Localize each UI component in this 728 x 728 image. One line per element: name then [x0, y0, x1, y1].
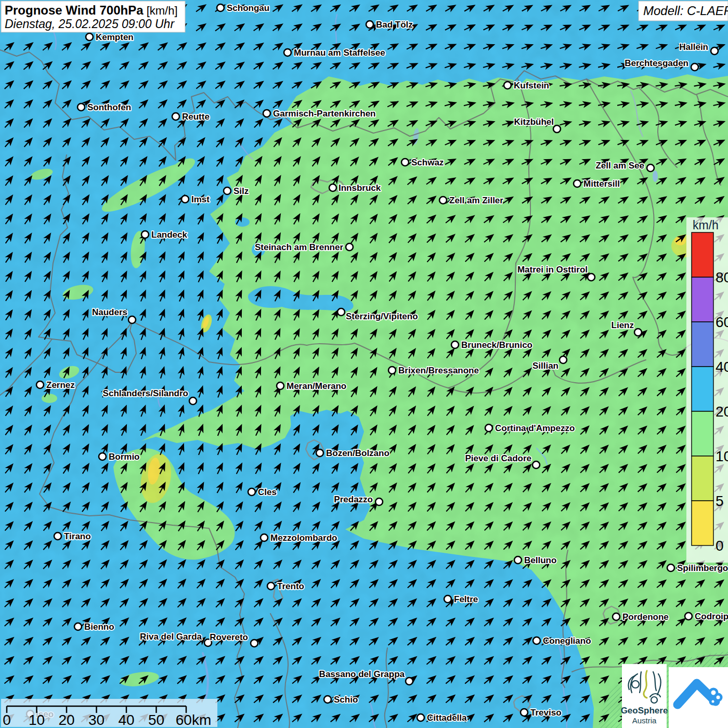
city-label: Steinach am Brenner: [255, 242, 343, 252]
city-dot-icon: [504, 82, 511, 89]
city-dot-icon: [451, 341, 459, 348]
lake-zell-am-see: [653, 171, 658, 182]
city-dot-icon: [74, 623, 82, 630]
city-marker-zell-am-ziller: Zell am Ziller: [439, 196, 503, 205]
legend-unit-label: km/h: [693, 218, 719, 232]
legend-tick-label: 40: [716, 359, 728, 375]
city-dot-icon: [388, 367, 396, 374]
city-dot-icon: [553, 125, 561, 133]
scalebar-label: 10: [29, 712, 45, 728]
city-dot-icon: [485, 424, 492, 432]
city-label: Belluno: [524, 555, 556, 565]
city-dot-icon: [439, 197, 447, 204]
city-dot-icon: [77, 103, 85, 111]
city-label: Reutte: [182, 112, 210, 122]
city-dot-icon: [521, 709, 528, 716]
city-dot-icon: [417, 714, 424, 721]
city-dot-icon: [634, 329, 642, 336]
city-label: Conegliano: [543, 636, 591, 646]
city-dot-icon: [181, 196, 189, 203]
city-label: Feltre: [454, 594, 478, 604]
city-label: Schwaz: [411, 158, 444, 167]
city-marker-mezzolombardo: Mezzolombardo: [261, 533, 337, 543]
city-marker-zernez: Zernez: [36, 380, 75, 390]
city-marker-trento: Trento: [267, 581, 304, 591]
city-label: Meran/Merano: [287, 381, 346, 391]
city-marker-steinach-am-brenner: Steinach am Brenner: [255, 242, 353, 252]
city-label: Tirano: [64, 531, 91, 541]
city-marker-murnau-am-staffelsee: Murnau am Staffelsee: [284, 48, 385, 58]
city-label: Schongau: [227, 3, 269, 13]
map-title: Prognose Wind 700hPa [km/h]: [5, 3, 178, 17]
city-marker-brixen-bressanone: Brixen/Bressanone: [388, 366, 479, 375]
city-label: Berchtesgaden: [625, 58, 688, 68]
geosphere-country-label: Austria: [632, 716, 657, 725]
city-marker-cortina-d-ampezzo: Cortina d'Ampezzo: [485, 423, 575, 433]
city-dot-icon: [224, 187, 231, 194]
city-label: Cittadella: [427, 713, 467, 723]
city-label: Schio: [334, 695, 358, 705]
mountain-logo: [669, 667, 728, 728]
city-label: Sonthofen: [87, 102, 131, 112]
legend-tick-label: 60: [716, 314, 728, 330]
city-marker-feltre: Feltre: [444, 594, 478, 604]
legend-segment-10: [692, 411, 713, 456]
city-dot-icon: [588, 274, 595, 281]
scalebar-label: 0: [3, 712, 11, 728]
city-dot-icon: [248, 488, 255, 496]
city-label: Lienz: [612, 320, 634, 330]
legend-tick-label: 20: [716, 404, 728, 420]
city-label: Murnau am Staffelsee: [294, 48, 385, 58]
city-label: Bozen/Bolzano: [326, 448, 389, 458]
title-parameter: Prognose Wind 700hPa: [5, 3, 144, 17]
city-dot-icon: [128, 316, 136, 323]
city-label: Brixen/Bressanone: [398, 366, 479, 375]
city-label: Schlanders/Silandro: [103, 388, 188, 398]
city-label: Kufstein: [514, 81, 549, 90]
geosphere-org-label: GeoSphere: [621, 706, 668, 716]
wind-map: SchongauBad TölzKemptenMurnau am Staffel…: [0, 0, 728, 728]
city-dot-icon: [375, 498, 383, 505]
legend-segment-80: [692, 232, 713, 277]
legend-tick-label: 10: [716, 448, 728, 464]
city-dot-icon: [613, 613, 620, 620]
city-dot-icon: [172, 113, 179, 120]
scalebar-label: 50: [148, 712, 164, 728]
city-dot-icon: [346, 243, 353, 251]
city-label: Garmisch-Partenkirchen: [273, 109, 375, 119]
city-marker-imst: Imst: [181, 194, 210, 204]
city-dot-icon: [277, 382, 284, 389]
city-label: Kempten: [96, 32, 134, 42]
city-marker-reutte: Reutte: [172, 112, 210, 122]
city-dot-icon: [99, 453, 106, 460]
title-box: Prognose Wind 700hPa [km/h] Dienstag, 25…: [1, 1, 185, 32]
city-label: Cles: [258, 487, 277, 497]
model-label: Modell: C-LAEF: [643, 4, 728, 18]
scalebar: 0102030405060km: [1, 699, 217, 728]
city-marker-schio: Schio: [324, 695, 358, 705]
city-dot-icon: [263, 110, 270, 117]
legend-segment-60: [692, 277, 713, 322]
city-marker-tirano: Tirano: [54, 531, 91, 541]
legend-segment-5: [692, 456, 713, 501]
city-marker-cles: Cles: [248, 487, 277, 497]
city-dot-icon: [514, 556, 522, 564]
city-dot-icon: [316, 449, 323, 457]
city-dot-icon: [401, 159, 409, 166]
city-dot-icon: [647, 164, 654, 172]
city-dot-icon: [261, 534, 268, 541]
city-label: Bienno: [84, 622, 114, 632]
scalebar-label: 40: [118, 712, 134, 728]
city-label: Zell am See: [595, 161, 644, 171]
city-dot-icon: [406, 678, 413, 685]
city-label: Silz: [233, 186, 249, 196]
city-marker-meran-merano: Meran/Merano: [277, 381, 346, 391]
city-label: Sterzing/Vipiteno: [346, 311, 418, 321]
city-dot-icon: [532, 461, 540, 469]
geosphere-logo: GeoSphere Austria: [621, 664, 668, 728]
city-label: Bormio: [109, 452, 140, 462]
city-label: Matrei in Osttirol: [517, 265, 588, 275]
city-dot-icon: [251, 640, 258, 647]
legend-tick-label: 80: [716, 269, 728, 285]
city-label: Landeck: [151, 230, 188, 240]
